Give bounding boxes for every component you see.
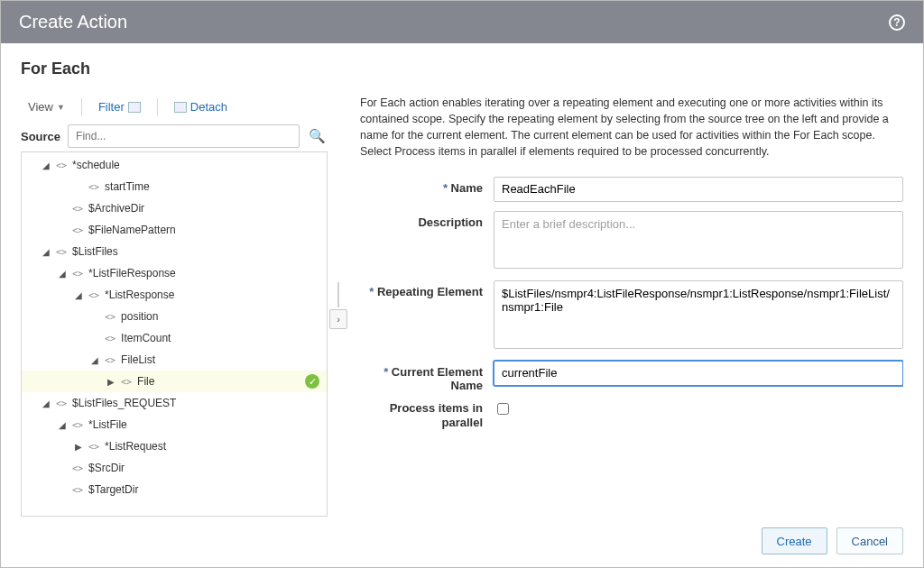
tree-node-label: *ListRequest <box>105 440 166 453</box>
parallel-row: Process items in parallel <box>360 401 903 432</box>
create-action-dialog: Create Action ? For Each View ▼ Filter <box>0 0 924 568</box>
dialog-title: Create Action <box>19 12 127 32</box>
parallel-label: Process items in parallel <box>360 401 494 432</box>
current-element-input[interactable] <box>494 361 903 386</box>
tree-node[interactable]: ◢FileList <box>22 349 327 371</box>
tree-node-label: *ListFile <box>88 418 127 431</box>
variable-icon <box>72 225 83 235</box>
check-icon: ✓ <box>305 374 319 389</box>
section-title: For Each <box>21 60 903 78</box>
element-tag-icon <box>72 420 83 430</box>
collapse-icon[interactable]: ◢ <box>42 247 51 257</box>
element-tag-icon <box>121 377 132 387</box>
description-input[interactable] <box>494 211 903 269</box>
dialog-body: For Each View ▼ Filter <box>1 43 923 567</box>
tree-node-label: $ListFiles <box>72 245 118 258</box>
expand-icon[interactable]: ▶ <box>74 442 83 452</box>
chevron-down-icon: ▼ <box>57 103 65 112</box>
tree-node[interactable]: $ArchiveDir <box>22 197 327 219</box>
tree-node[interactable]: ◢*schedule <box>22 154 327 176</box>
tree-node-label: *ListFileResponse <box>88 267 176 279</box>
parallel-checkbox[interactable] <box>497 403 509 415</box>
name-label: Name <box>451 181 483 195</box>
filter-icon <box>128 102 141 113</box>
repeating-element-label-cell: * Repeating Element <box>360 280 494 298</box>
tree-node-label: FileList <box>121 353 155 366</box>
tree-node[interactable]: ◢*ListResponse <box>22 284 327 306</box>
tree-node[interactable]: ItemCount <box>22 327 327 349</box>
name-label-cell: * Name <box>360 177 494 195</box>
filter-label: Filter <box>98 100 125 114</box>
create-button[interactable]: Create <box>762 527 827 554</box>
collapse-icon[interactable]: ◢ <box>42 399 51 408</box>
dialog-footer: Create Cancel <box>21 517 903 554</box>
filter-button[interactable]: Filter <box>91 96 148 117</box>
tree-node[interactable]: ◢*ListFileResponse <box>22 262 327 284</box>
tree-node-label: position <box>121 310 158 323</box>
dialog-titlebar: Create Action ? <box>1 1 923 43</box>
panel-splitter[interactable]: › <box>328 95 349 517</box>
source-panel: View ▼ Filter Detach Source <box>21 95 328 517</box>
tree-node[interactable]: $SrcDir <box>22 457 327 479</box>
variable-icon <box>72 485 83 495</box>
tree-node[interactable]: $TargetDir <box>22 479 327 500</box>
form-panel: For Each action enables iterating over a… <box>349 95 903 517</box>
element-tag-icon <box>105 355 116 365</box>
detach-button[interactable]: Detach <box>167 96 235 117</box>
tree-node[interactable]: ◢$ListFiles <box>22 241 327 262</box>
variable-icon <box>72 204 83 214</box>
element-tag-icon <box>88 290 99 300</box>
source-search-row: Source 🔍 <box>21 124 328 148</box>
source-tree[interactable]: ◢*schedulestartTime$ArchiveDir$FileNameP… <box>22 152 327 516</box>
source-toolbar: View ▼ Filter Detach <box>21 95 328 121</box>
element-tag-icon <box>105 334 116 344</box>
repeating-element-row: * Repeating Element <box>360 280 903 352</box>
tree-node-label: ItemCount <box>121 332 171 344</box>
collapse-icon[interactable]: ◢ <box>58 420 67 430</box>
action-description: For Each action enables iterating over a… <box>360 95 903 160</box>
tree-node-label: *schedule <box>72 159 120 171</box>
collapse-icon[interactable]: ◢ <box>58 269 67 279</box>
tree-node[interactable]: startTime <box>22 176 327 197</box>
description-label: Description <box>360 211 494 229</box>
tree-node[interactable]: position <box>22 306 327 327</box>
view-menu[interactable]: View ▼ <box>21 96 72 117</box>
collapse-icon[interactable]: ◢ <box>42 160 51 170</box>
element-tag-icon <box>72 269 83 279</box>
view-label: View <box>28 100 53 114</box>
variable-icon <box>72 463 83 473</box>
element-tag-icon <box>56 160 67 170</box>
variable-icon <box>56 399 67 408</box>
name-input[interactable] <box>494 177 903 202</box>
toolbar-separator <box>157 98 158 116</box>
splitter-bar <box>337 282 339 307</box>
toolbar-separator <box>81 98 82 116</box>
detach-label: Detach <box>190 100 227 114</box>
element-tag-icon <box>88 182 99 192</box>
tree-node[interactable]: ◢$ListFiles_REQUEST <box>22 392 327 414</box>
tree-node[interactable]: ▶*ListRequest <box>22 435 327 457</box>
tree-node-label: $ArchiveDir <box>88 202 144 215</box>
tree-node-label: $SrcDir <box>88 462 125 474</box>
cancel-button[interactable]: Cancel <box>836 527 903 554</box>
help-icon[interactable]: ? <box>889 14 905 31</box>
tree-node-label: $FileNamePattern <box>88 224 176 236</box>
repeating-element-input[interactable] <box>494 280 903 349</box>
element-tag-icon <box>88 442 99 452</box>
tree-node[interactable]: ◢*ListFile <box>22 414 327 435</box>
current-element-row: * Current Element Name <box>360 361 903 392</box>
tree-node[interactable]: $FileNamePattern <box>22 219 327 241</box>
find-input[interactable] <box>68 124 300 148</box>
collapse-icon[interactable]: ◢ <box>90 355 99 365</box>
search-icon[interactable]: 🔍 <box>307 128 328 144</box>
tree-node[interactable]: ▶File✓ <box>22 371 327 392</box>
tree-node-label: File <box>137 375 154 388</box>
collapse-right-button[interactable]: › <box>329 309 347 329</box>
tree-node-label: $TargetDir <box>88 483 138 496</box>
detach-icon <box>174 102 187 113</box>
source-label: Source <box>21 130 60 143</box>
repeating-element-label: Repeating Element <box>377 285 483 298</box>
collapse-icon[interactable]: ◢ <box>74 290 83 300</box>
expand-icon[interactable]: ▶ <box>106 377 116 387</box>
name-row: * Name <box>360 177 903 202</box>
